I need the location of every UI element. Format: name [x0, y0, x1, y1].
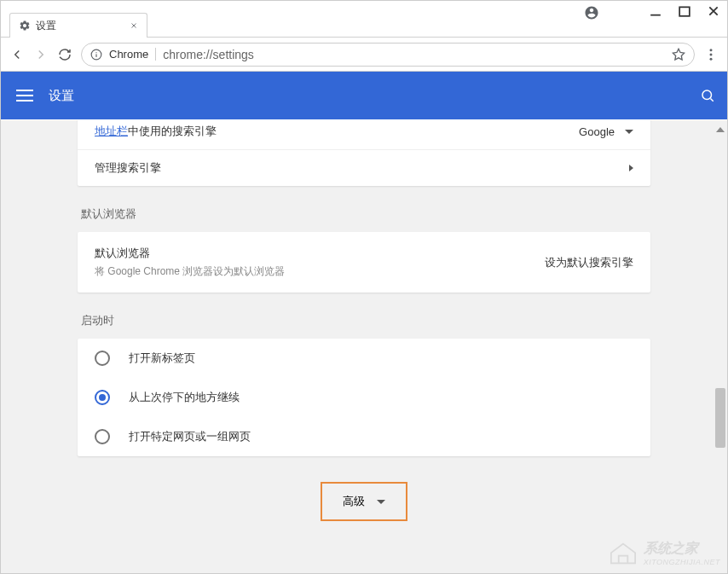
advanced-label: 高级: [343, 494, 365, 509]
startup-section-label: 启动时: [81, 313, 650, 328]
close-tab-icon[interactable]: [130, 21, 138, 30]
reload-button[interactable]: [57, 47, 72, 62]
forward-button[interactable]: [33, 47, 49, 62]
radio-icon[interactable]: [95, 429, 110, 444]
bookmark-star-icon[interactable]: [672, 48, 685, 61]
user-icon[interactable]: [584, 5, 599, 20]
advanced-container: 高级: [78, 482, 650, 521]
radio-label: 从上次停下的地方继续: [129, 390, 240, 405]
window-controls: [649, 4, 720, 18]
browser-tab[interactable]: 设置: [9, 13, 147, 38]
scroll-up-arrow[interactable]: [716, 124, 725, 132]
chevron-right-icon: [629, 165, 633, 171]
svg-point-8: [710, 57, 713, 60]
address-url: chrome://settings: [163, 48, 254, 61]
default-browser-section-label: 默认浏览器: [81, 206, 650, 222]
default-browser-desc: 将 Google Chrome 浏览器设为默认浏览器: [95, 264, 285, 279]
chevron-down-icon: [377, 500, 385, 504]
svg-line-10: [710, 98, 713, 101]
startup-option-specific[interactable]: 打开特定网页或一组网页: [78, 417, 650, 456]
scrollbar-thumb[interactable]: [715, 388, 725, 448]
tab-title: 设置: [36, 19, 56, 33]
svg-rect-4: [95, 54, 96, 56]
search-icon[interactable]: [700, 88, 715, 103]
search-engine-select[interactable]: Google: [579, 125, 633, 138]
radio-label: 打开特定网页或一组网页: [129, 429, 251, 444]
advanced-button[interactable]: 高级: [321, 482, 407, 521]
svg-rect-1: [679, 7, 690, 15]
svg-point-6: [710, 49, 713, 51]
window-titlebar: 设置: [1, 1, 727, 38]
close-button[interactable]: [707, 4, 720, 18]
default-browser-card: 默认浏览器 将 Google Chrome 浏览器设为默认浏览器 设为默认搜索引…: [78, 232, 650, 293]
maximize-button[interactable]: [678, 4, 691, 18]
startup-option-continue[interactable]: 从上次停下的地方继续: [78, 378, 650, 417]
set-default-button[interactable]: 设为默认搜索引擎: [545, 255, 633, 270]
svg-marker-5: [673, 49, 684, 60]
address-bar[interactable]: Chrome chrome://settings: [81, 43, 695, 67]
search-engine-label: 地址栏中使用的搜索引擎: [95, 124, 217, 139]
startup-option-new-tab[interactable]: 打开新标签页: [78, 339, 650, 378]
hamburger-icon[interactable]: [16, 90, 33, 101]
settings-content: 地址栏中使用的搜索引擎 Google 管理搜索引擎 默认浏览器 默认浏览器 将 …: [1, 120, 727, 573]
default-browser-title: 默认浏览器: [95, 246, 285, 261]
search-engine-card: 地址栏中使用的搜索引擎 Google 管理搜索引擎: [78, 120, 650, 186]
svg-point-3: [95, 52, 96, 53]
chevron-down-icon: [625, 130, 633, 134]
minimize-button[interactable]: [649, 4, 662, 18]
address-protocol: Chrome: [109, 48, 156, 61]
default-browser-row: 默认浏览器 将 Google Chrome 浏览器设为默认浏览器 设为默认搜索引…: [78, 232, 650, 293]
kebab-menu-icon[interactable]: [703, 47, 719, 62]
startup-card: 打开新标签页 从上次停下的地方继续 打开特定网页或一组网页: [78, 339, 650, 456]
manage-search-engines-row[interactable]: 管理搜索引擎: [78, 150, 650, 186]
svg-point-7: [710, 53, 713, 55]
search-engine-row[interactable]: 地址栏中使用的搜索引擎 Google: [78, 120, 650, 150]
settings-header: 设置: [1, 72, 727, 119]
info-icon: [90, 49, 102, 61]
gear-icon: [19, 20, 31, 32]
watermark: 系统之家 XITONGZHIJIA.NET: [608, 540, 720, 566]
manage-search-engines-label: 管理搜索引擎: [95, 160, 161, 176]
back-button[interactable]: [9, 47, 25, 62]
watermark-logo-icon: [608, 541, 638, 566]
settings-title: 设置: [49, 88, 74, 104]
svg-point-9: [702, 90, 712, 100]
radio-icon[interactable]: [95, 351, 110, 366]
radio-label: 打开新标签页: [129, 351, 195, 366]
browser-toolbar: Chrome chrome://settings: [1, 38, 727, 72]
radio-icon[interactable]: [95, 390, 110, 405]
